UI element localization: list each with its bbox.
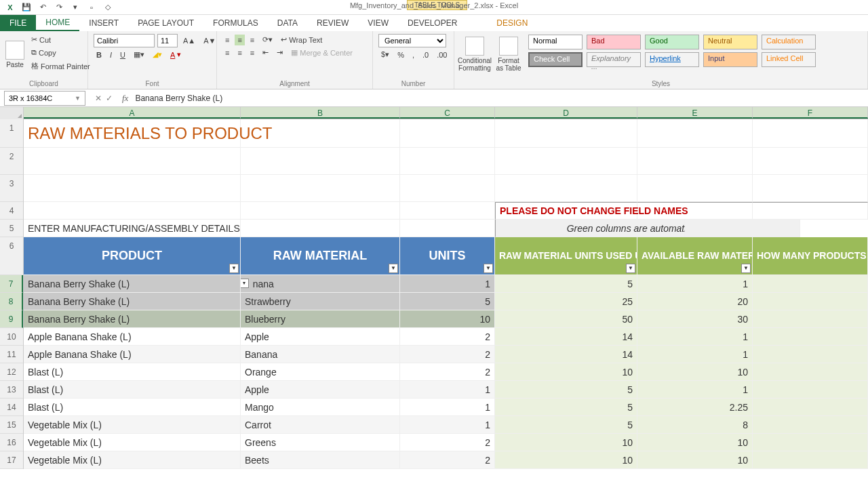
row-header[interactable]: 9 <box>0 310 23 328</box>
cell-raw[interactable]: Mango <box>241 399 400 416</box>
dropdown-icon[interactable]: ▾ <box>241 279 249 288</box>
tab-developer[interactable]: DEVELOPER <box>398 15 467 31</box>
enter-details-label[interactable]: ENTER MANUFACTURING/ASSEMBLY DETAILS <box>24 220 241 237</box>
cell-raw[interactable]: Greens <box>241 434 400 451</box>
number-format-select[interactable]: General <box>378 34 446 47</box>
row-header[interactable]: 4 <box>0 202 23 220</box>
percent-button[interactable]: % <box>395 49 407 60</box>
tab-formulas[interactable]: FORMULAS <box>203 15 268 31</box>
decrease-decimal-button[interactable]: .00 <box>434 49 450 60</box>
cell-available[interactable]: 8 <box>637 416 753 434</box>
decrease-indent-button[interactable]: ⇤ <box>260 47 271 58</box>
accept-formula-button[interactable]: ✓ <box>106 94 113 103</box>
cell-product[interactable]: Vegetable Mix (L) <box>24 451 241 469</box>
cell-product[interactable]: Banana Berry Shake (L) <box>24 275 241 293</box>
cell-used[interactable]: 14 <box>495 346 637 363</box>
cells-area[interactable]: RAW MATERIALS TO PRODUCT PLEASE DO NOT C… <box>24 119 868 469</box>
cell-product[interactable]: Blast (L) <box>24 363 241 381</box>
style-good[interactable]: Good <box>645 35 699 49</box>
col-header-f[interactable]: F <box>753 107 868 119</box>
cell-used[interactable]: 10 <box>495 363 637 381</box>
sheet-title[interactable]: RAW MATERIALS TO PRODUCT <box>24 119 241 148</box>
align-right-button[interactable]: ≡ <box>248 47 257 58</box>
row-header[interactable]: 10 <box>0 328 23 346</box>
th-units[interactable]: UNITS▼ <box>400 237 495 275</box>
conditional-formatting-button[interactable]: Conditional Formatting <box>460 34 490 75</box>
cell-used[interactable]: 10 <box>495 451 637 469</box>
shapes-icon[interactable]: ◇ <box>102 1 114 14</box>
cell-available[interactable]: 30 <box>637 310 753 328</box>
style-explanatory[interactable]: Explanatory ... <box>587 52 641 67</box>
cell-howmany[interactable] <box>753 275 868 293</box>
cell-used[interactable]: 25 <box>495 293 637 310</box>
tab-review[interactable]: REVIEW <box>307 15 358 31</box>
align-top-button[interactable]: ≡ <box>222 35 232 45</box>
cell-units[interactable]: 2 <box>400 346 495 363</box>
format-painter-button[interactable]: 格Format Painter <box>28 60 93 73</box>
orientation-button[interactable]: ⟳▾ <box>260 34 275 45</box>
style-bad[interactable]: Bad <box>587 35 641 49</box>
cell-howmany[interactable] <box>753 346 868 363</box>
cell-units[interactable]: 5 <box>400 293 495 310</box>
row-header[interactable]: 15 <box>0 416 23 434</box>
new-file-icon[interactable]: ▫ <box>85 1 98 14</box>
font-name-input[interactable] <box>94 34 155 47</box>
filter-icon[interactable]: ▼ <box>229 264 239 273</box>
cell-units[interactable]: 1 <box>400 381 495 399</box>
cell-units[interactable]: 1 <box>400 399 495 416</box>
cell-units[interactable]: 2 <box>400 451 495 469</box>
style-input[interactable]: Input <box>703 52 757 67</box>
font-color-button[interactable]: A▾ <box>167 49 184 60</box>
tab-insert[interactable]: INSERT <box>79 15 128 31</box>
filter-icon[interactable]: ▼ <box>626 264 635 273</box>
name-box[interactable]: 3R x 16384C▼ <box>4 91 85 106</box>
cell-raw[interactable]: Orange <box>241 363 400 381</box>
cell-product[interactable]: Vegetable Mix (L) <box>24 434 241 451</box>
cell-howmany[interactable] <box>753 310 868 328</box>
tab-file[interactable]: FILE <box>0 15 36 31</box>
wrap-text-button[interactable]: ↩Wrap Text <box>278 34 325 45</box>
cell-available[interactable]: 20 <box>637 293 753 310</box>
style-check-cell[interactable]: Check Cell <box>528 52 583 67</box>
cell-howmany[interactable] <box>753 363 868 381</box>
cell-raw[interactable]: Carrot <box>241 416 400 434</box>
filter-icon[interactable]: ▼ <box>484 264 493 273</box>
cell-product[interactable]: Apple Banana Shake (L) <box>24 328 241 346</box>
cell-units[interactable]: 1 <box>400 275 495 293</box>
cell-raw[interactable]: Blueberry <box>241 310 400 328</box>
increase-font-button[interactable]: A▲ <box>180 35 198 46</box>
th-used[interactable]: RAW MATERIAL UNITS USED UNTIL NOW▼ <box>495 237 637 275</box>
fx-icon[interactable]: fx <box>118 93 132 104</box>
underline-button[interactable]: U <box>117 49 128 60</box>
tab-home[interactable]: HOME <box>36 15 79 31</box>
th-product[interactable]: PRODUCT▼ <box>24 237 241 275</box>
col-header-e[interactable]: E <box>637 107 753 119</box>
row-header[interactable]: 8 <box>0 293 23 310</box>
cell-used[interactable]: 10 <box>495 434 637 451</box>
cell-available[interactable]: 1 <box>637 346 753 363</box>
copy-button[interactable]: ⧉Copy <box>28 47 93 58</box>
col-header-a[interactable]: A <box>24 107 241 119</box>
style-neutral[interactable]: Neutral <box>703 35 757 49</box>
qat-more-icon[interactable]: ▾ <box>69 1 81 14</box>
increase-indent-button[interactable]: ⇥ <box>274 47 285 58</box>
row-header[interactable]: 13 <box>0 381 23 399</box>
row-header[interactable]: 6 <box>0 237 23 275</box>
cell-raw[interactable]: Apple <box>241 381 400 399</box>
fill-color-button[interactable]: ◢▾ <box>150 49 165 60</box>
cell-howmany[interactable] <box>753 328 868 346</box>
cell-units[interactable]: 2 <box>400 434 495 451</box>
paste-button[interactable]: Paste <box>5 34 24 75</box>
row-header[interactable]: 14 <box>0 399 23 416</box>
align-left-button[interactable]: ≡ <box>222 47 232 58</box>
autocalc-label[interactable]: Green columns are automatically calculat… <box>570 220 685 237</box>
tab-data[interactable]: DATA <box>268 15 307 31</box>
th-raw-material[interactable]: RAW MATERIAL▼ <box>241 237 400 275</box>
cell-units[interactable]: 1 <box>400 416 495 434</box>
cancel-formula-button[interactable]: ✕ <box>95 94 102 103</box>
cell-howmany[interactable] <box>753 293 868 310</box>
formula-input[interactable]: Banana Berry Shake (L) <box>132 94 868 103</box>
format-as-table-button[interactable]: Format as Table <box>494 34 524 75</box>
cell-howmany[interactable] <box>753 434 868 451</box>
cell-product[interactable]: Banana Berry Shake (L) <box>24 310 241 328</box>
